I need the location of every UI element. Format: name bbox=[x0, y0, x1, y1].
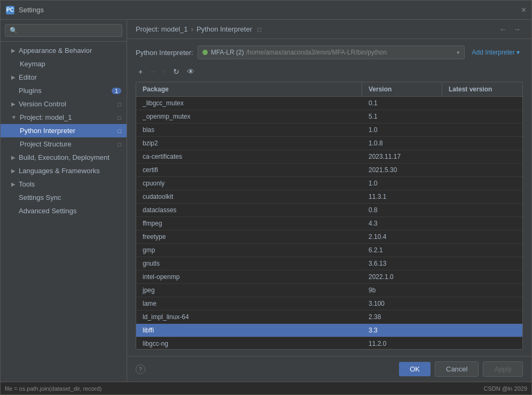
sidebar-item-tools[interactable]: ▶ Tools bbox=[1, 177, 127, 191]
apply-button[interactable]: Apply bbox=[483, 361, 523, 377]
package-toolbar: + − ↑ ↻ 👁 bbox=[136, 66, 523, 78]
sidebar-item-advanced-settings[interactable]: ▶ Advanced Settings bbox=[1, 204, 127, 218]
table-cell-version: 6.2.1 bbox=[362, 244, 442, 257]
sidebar-item-build-execution[interactable]: ▶ Build, Execution, Deployment bbox=[1, 151, 127, 164]
expand-arrow: ▼ bbox=[11, 114, 17, 120]
table-cell-version: 0.8 bbox=[362, 204, 442, 216]
interpreter-status-dot bbox=[202, 50, 208, 55]
table-row[interactable]: ffmpeg4.3 bbox=[136, 217, 522, 230]
forward-button[interactable]: → bbox=[511, 24, 523, 35]
table-cell-latest bbox=[442, 110, 522, 123]
pin-icon: □ bbox=[118, 101, 121, 107]
table-row[interactable]: _libgcc_mutex0.1 bbox=[136, 97, 522, 110]
search-input[interactable] bbox=[5, 24, 122, 37]
table-cell-latest bbox=[442, 123, 522, 136]
status-text-left: file = os.path.join(dataset_dir, record) bbox=[5, 385, 101, 392]
sidebar-item-editor[interactable]: ▶ Editor bbox=[1, 71, 127, 84]
table-row[interactable]: gmp6.2.1 bbox=[136, 244, 522, 257]
bottom-bar: ? OK Cancel Apply bbox=[127, 356, 531, 382]
table-row[interactable]: ld_impl_linux-642.38 bbox=[136, 311, 522, 324]
table-row[interactable]: lame3.100 bbox=[136, 297, 522, 311]
back-button[interactable]: ← bbox=[497, 24, 509, 35]
sidebar-item-label: Appearance & Behavior bbox=[19, 47, 92, 55]
app-icon: PC bbox=[6, 6, 14, 14]
expand-arrow: ▶ bbox=[11, 101, 15, 107]
ok-button[interactable]: OK bbox=[399, 362, 431, 376]
table-cell-version: 0.1 bbox=[362, 97, 442, 110]
table-row[interactable]: cpuonly1.0 bbox=[136, 177, 522, 190]
table-cell-latest bbox=[442, 217, 522, 230]
sidebar-item-plugins[interactable]: ▶ Plugins 1 bbox=[1, 84, 127, 97]
sidebar-item-label: Languages & Frameworks bbox=[19, 167, 100, 175]
table-cell-latest bbox=[442, 284, 522, 297]
table-row[interactable]: blas1.0 bbox=[136, 123, 522, 137]
cancel-button[interactable]: Cancel bbox=[435, 361, 479, 377]
table-cell-package: _libgcc_mutex bbox=[136, 97, 362, 110]
table-row[interactable]: gnutls3.6.13 bbox=[136, 257, 522, 270]
interpreter-label: Python Interpreter: bbox=[136, 49, 193, 57]
expand-arrow: ▶ bbox=[11, 48, 15, 53]
sidebar-item-project-model1[interactable]: ▼ Project: model_1 □ bbox=[1, 111, 127, 124]
close-button[interactable]: × bbox=[521, 6, 526, 14]
table-row[interactable]: libgcc-ng11.2.0 bbox=[136, 337, 522, 349]
table-cell-package: bzip2 bbox=[136, 137, 362, 150]
sidebar-item-label: Advanced Settings bbox=[19, 207, 76, 215]
table-cell-latest bbox=[442, 164, 522, 176]
package-table: Package Version Latest version _libgcc_m… bbox=[136, 82, 523, 350]
help-button[interactable]: ? bbox=[136, 365, 145, 374]
table-row[interactable]: ca-certificates2023.11.17 bbox=[136, 150, 522, 164]
table-cell-version: 11.3.1 bbox=[362, 190, 442, 203]
sidebar-item-label: Python Interpreter bbox=[20, 127, 75, 135]
table-cell-package: intel-openmp bbox=[136, 270, 362, 283]
table-row[interactable]: dataclasses0.8 bbox=[136, 204, 522, 217]
expand-arrow: ▶ bbox=[11, 168, 15, 174]
table-cell-version: 1.0.8 bbox=[362, 137, 442, 150]
table-row[interactable]: certifi2021.5.30 bbox=[136, 164, 522, 177]
table-cell-latest bbox=[442, 270, 522, 283]
table-row[interactable]: freetype2.10.4 bbox=[136, 230, 522, 244]
sidebar-item-label: Tools bbox=[19, 180, 35, 188]
table-cell-latest bbox=[442, 190, 522, 203]
settings-dialog: PC Settings × ▶ Appearance & Behavior Ke… bbox=[0, 0, 532, 395]
view-options-button[interactable]: 👁 bbox=[184, 66, 197, 78]
table-cell-version: 11.2.0 bbox=[362, 337, 442, 349]
up-package-button[interactable]: ↑ bbox=[159, 66, 168, 78]
sidebar-item-python-interpreter[interactable]: Python Interpreter □ bbox=[1, 124, 127, 137]
table-body: _libgcc_mutex0.1_openmp_mutex5.1blas1.0b… bbox=[136, 97, 522, 349]
sidebar-item-label: Keymap bbox=[20, 60, 45, 68]
sidebar-item-languages-frameworks[interactable]: ▶ Languages & Frameworks bbox=[1, 164, 127, 177]
table-row[interactable]: intel-openmp2022.1.0 bbox=[136, 270, 522, 284]
table-row[interactable]: libffi3.3 bbox=[136, 324, 522, 337]
table-cell-package: cpuonly bbox=[136, 177, 362, 190]
sidebar-item-project-structure[interactable]: Project Structure □ bbox=[1, 137, 127, 151]
table-header: Package Version Latest version bbox=[136, 82, 522, 97]
table-cell-package: libgcc-ng bbox=[136, 337, 362, 349]
table-row[interactable]: cudatoolkit11.3.1 bbox=[136, 190, 522, 204]
expand-arrow: ▶ bbox=[11, 74, 15, 80]
table-cell-version: 1.0 bbox=[362, 177, 442, 190]
interpreter-select[interactable]: MFA-LR (2) /home/amax/anaconda3/envs/MFA… bbox=[198, 45, 465, 59]
table-row[interactable]: bzip21.0.8 bbox=[136, 137, 522, 150]
sidebar-item-appearance-behavior[interactable]: ▶ Appearance & Behavior bbox=[1, 44, 127, 57]
sidebar-item-version-control[interactable]: ▶ Version Control □ bbox=[1, 97, 127, 111]
sidebar-item-keymap[interactable]: Keymap bbox=[1, 57, 127, 71]
sidebar-nav: ▶ Appearance & Behavior Keymap ▶ Editor … bbox=[1, 42, 127, 382]
table-cell-version: 3.3 bbox=[362, 324, 442, 337]
table-cell-version: 2023.11.17 bbox=[362, 150, 442, 163]
refresh-packages-button[interactable]: ↻ bbox=[170, 66, 182, 78]
table-row[interactable]: jpeg9b bbox=[136, 284, 522, 297]
breadcrumb-parent[interactable]: Project: model_1 bbox=[136, 25, 188, 33]
table-cell-version: 4.3 bbox=[362, 217, 442, 230]
add-package-button[interactable]: + bbox=[136, 66, 145, 78]
table-cell-latest bbox=[442, 137, 522, 150]
add-interpreter-button[interactable]: Add Interpreter ▾ bbox=[469, 47, 523, 58]
table-cell-latest bbox=[442, 337, 522, 349]
table-cell-version: 9b bbox=[362, 284, 442, 297]
table-cell-latest bbox=[442, 324, 522, 337]
right-panel: Project: model_1 › Python Interpreter □ … bbox=[127, 20, 531, 382]
sidebar-item-settings-sync[interactable]: ▶ Settings Sync bbox=[1, 191, 127, 204]
interpreter-name: MFA-LR (2) bbox=[211, 49, 244, 56]
table-cell-version: 2.10.4 bbox=[362, 230, 442, 243]
remove-package-button[interactable]: − bbox=[147, 66, 157, 78]
table-row[interactable]: _openmp_mutex5.1 bbox=[136, 110, 522, 123]
